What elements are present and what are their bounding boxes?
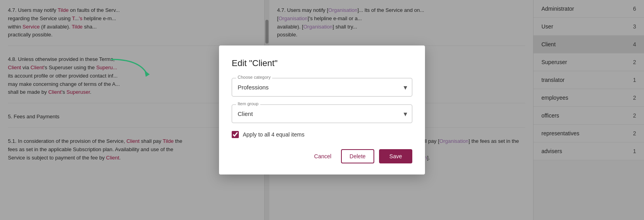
item-group-field-group: Item group Client ▾: [232, 104, 412, 123]
apply-all-label[interactable]: Apply to all 4 equal items: [243, 131, 305, 138]
item-group-select[interactable]: Client: [232, 105, 412, 123]
item-group-label: Item group: [236, 101, 260, 106]
category-label: Choose category: [236, 75, 272, 80]
arrow-annotation: [107, 55, 154, 80]
modal-title: Edit "Client": [232, 58, 412, 68]
svg-marker-0: [145, 70, 150, 77]
apply-all-checkbox[interactable]: [232, 131, 239, 138]
save-button[interactable]: Save: [379, 149, 412, 163]
delete-button[interactable]: Delete: [341, 149, 374, 163]
cancel-button[interactable]: Cancel: [309, 150, 336, 163]
category-select[interactable]: Professions: [232, 78, 412, 96]
category-field-group: Choose category Professions ▾: [232, 78, 412, 97]
modal-overlay[interactable]: Edit "Client" Choose category Profession…: [0, 0, 644, 220]
checkbox-row: Apply to all 4 equal items: [232, 131, 412, 138]
modal-dialog: Edit "Client" Choose category Profession…: [219, 46, 425, 174]
modal-actions: Cancel Delete Save: [232, 149, 412, 163]
